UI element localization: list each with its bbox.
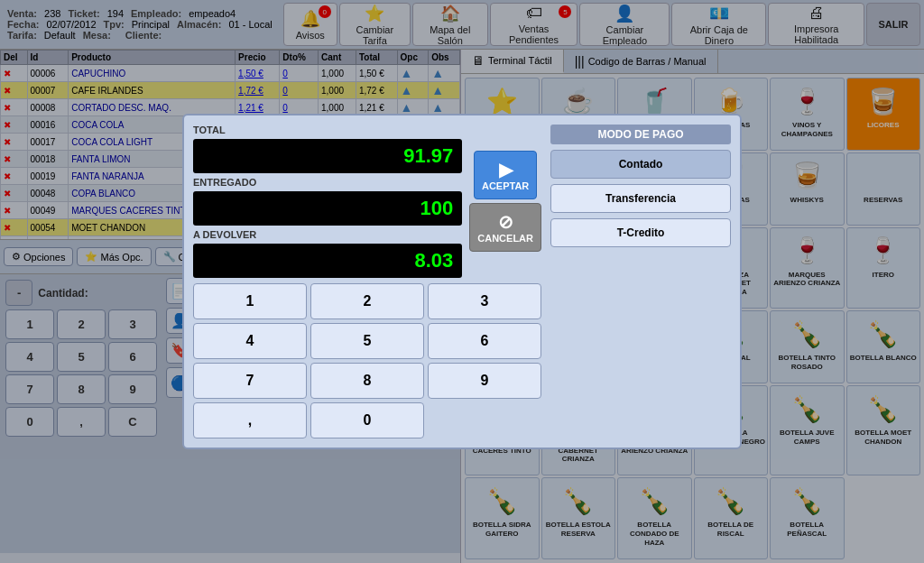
pay-num-3[interactable]: 3 <box>428 283 541 319</box>
pay-num-4[interactable]: 4 <box>193 323 307 359</box>
total-label: TOTAL <box>193 125 462 135</box>
modo-pago-title: MODO DE PAGO <box>550 125 731 144</box>
transferencia-button[interactable]: Transferencia <box>550 184 731 213</box>
cancelar-label: CANCELAR <box>477 233 533 244</box>
payment-modal: TOTAL 91.97 ENTREGADO 100 A DEVOLVER 8.0… <box>182 114 742 449</box>
pay-num-8[interactable]: 8 <box>310 363 424 399</box>
payment-left: TOTAL 91.97 ENTREGADO 100 A DEVOLVER 8.0… <box>193 125 541 438</box>
devolver-display: 8.03 <box>193 244 462 278</box>
entregado-display: 100 <box>193 191 462 226</box>
pay-num-2[interactable]: 2 <box>310 283 424 319</box>
payment-right: MODO DE PAGO Contado Transferencia T-Cre… <box>550 125 731 438</box>
pay-num-9[interactable]: 9 <box>428 363 541 399</box>
pay-comma[interactable]: , <box>193 402 307 438</box>
total-display: 91.97 <box>193 139 462 173</box>
pay-num-6[interactable]: 6 <box>428 323 541 359</box>
aceptar-button[interactable]: ▶ ACEPTAR <box>474 151 537 199</box>
aceptar-icon: ▶ <box>499 159 513 180</box>
contado-button[interactable]: Contado <box>550 150 731 179</box>
entregado-label: ENTREGADO <box>193 177 462 188</box>
pay-num-1[interactable]: 1 <box>193 283 307 319</box>
pay-num-5[interactable]: 5 <box>310 323 424 359</box>
payment-modal-overlay[interactable]: TOTAL 91.97 ENTREGADO 100 A DEVOLVER 8.0… <box>0 0 924 563</box>
cancelar-icon: ⊘ <box>498 211 513 233</box>
payment-numpad: 1 2 3 4 5 6 7 8 9 , 0 <box>193 283 541 438</box>
aceptar-label: ACEPTAR <box>482 180 529 191</box>
cancelar-button[interactable]: ⊘ CANCELAR <box>469 203 541 252</box>
pay-num-0[interactable]: 0 <box>310 402 424 438</box>
pay-num-7[interactable]: 7 <box>193 363 307 399</box>
t-credito-button[interactable]: T-Credito <box>550 218 731 247</box>
devolver-label: A DEVOLVER <box>193 229 462 240</box>
